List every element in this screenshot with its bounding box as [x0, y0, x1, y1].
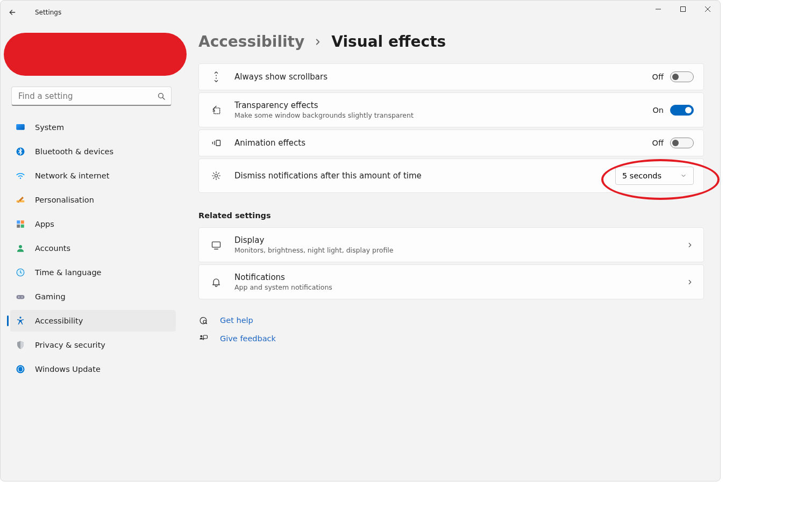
scrollbars-icon [209, 71, 224, 82]
sidebar-item-accessibility[interactable]: Accessibility [10, 310, 176, 332]
card-title: Dismiss notifications after this amount … [234, 171, 604, 181]
animation-toggle[interactable] [670, 138, 694, 148]
svg-rect-11 [17, 220, 20, 224]
svg-rect-26 [216, 140, 220, 146]
get-help-link[interactable]: Get help [198, 315, 704, 325]
svg-rect-8 [17, 124, 25, 130]
titlebar: Settings [1, 1, 720, 24]
chevron-right-icon [313, 37, 323, 47]
maximize-button[interactable] [671, 1, 695, 18]
sidebar-item-network[interactable]: Network & internet [10, 165, 176, 186]
sidebar-item-time[interactable]: Time & language [10, 262, 176, 283]
back-button[interactable] [1, 1, 24, 24]
windows-update-icon [16, 364, 25, 374]
sidebar-item-privacy[interactable]: Privacy & security [10, 334, 176, 356]
maximize-icon [680, 6, 686, 12]
card-subtitle: App and system notifications [234, 283, 675, 291]
animation-icon [209, 138, 224, 148]
sidebar-item-bluetooth[interactable]: Bluetooth & devices [10, 141, 176, 162]
svg-line-36 [218, 173, 219, 174]
sidebar-item-label: Privacy & security [35, 341, 105, 349]
svg-rect-2 [681, 7, 686, 12]
settings-window: Settings [0, 0, 721, 481]
chevron-down-icon [680, 172, 687, 179]
bluetooth-icon [16, 147, 25, 156]
settings-card-group: Always show scrollbars Off Transparency … [198, 63, 704, 193]
svg-point-25 [212, 110, 214, 111]
card-title: Always show scrollbars [234, 72, 642, 82]
card-subtitle: Make some window backgrounds slightly tr… [234, 111, 642, 119]
sidebar-item-personalisation[interactable]: Personalisation [10, 189, 176, 211]
sidebar-item-label: Apps [35, 220, 54, 228]
svg-point-22 [216, 75, 217, 76]
chevron-right-icon [686, 278, 694, 286]
sidebar-item-label: Time & language [35, 268, 102, 277]
svg-point-42 [200, 335, 202, 337]
card-transparency-effects: Transparency effects Make some window ba… [198, 92, 704, 127]
dismiss-icon [209, 170, 224, 181]
sidebar-nav: System Bluetooth & devices Network & int… [10, 117, 176, 380]
dismiss-time-dropdown[interactable]: 5 seconds [615, 167, 694, 185]
sidebar-item-accounts[interactable]: Accounts [10, 238, 176, 259]
card-notifications[interactable]: Notifications App and system notificatio… [198, 264, 704, 299]
minimize-icon [656, 6, 661, 12]
window-title: Settings [24, 9, 61, 16]
search-field-wrap[interactable] [11, 87, 172, 106]
sidebar: System Bluetooth & devices Network & int… [1, 24, 182, 481]
help-links: Get help Give feedback [198, 315, 704, 343]
related-settings-heading: Related settings [198, 211, 704, 220]
related-card-group: Display Monitors, brightness, night ligh… [198, 227, 704, 299]
card-title: Transparency effects [234, 100, 642, 110]
sidebar-item-label: Personalisation [35, 196, 94, 204]
sidebar-item-label: Gaming [35, 292, 66, 301]
sidebar-item-update[interactable]: Windows Update [10, 358, 176, 380]
search-input[interactable] [17, 91, 157, 102]
svg-point-18 [18, 297, 19, 298]
card-subtitle: Monitors, brightness, night light, displ… [234, 246, 675, 254]
card-dismiss-notifications: Dismiss notifications after this amount … [198, 159, 704, 193]
breadcrumb-current: Visual effects [331, 33, 446, 51]
svg-line-6 [163, 97, 165, 99]
svg-point-19 [22, 297, 23, 298]
time-language-icon [16, 268, 25, 277]
svg-point-23 [216, 78, 217, 79]
card-animation-effects: Animation effects Off [198, 130, 704, 156]
content-area: System Bluetooth & devices Network & int… [1, 24, 720, 481]
close-button[interactable] [695, 1, 720, 18]
system-icon [16, 123, 25, 132]
sidebar-item-label: Bluetooth & devices [35, 147, 113, 156]
search-icon [157, 92, 166, 100]
sidebar-item-gaming[interactable]: Gaming [10, 286, 176, 307]
breadcrumb-parent[interactable]: Accessibility [198, 33, 304, 51]
account-redacted [4, 33, 187, 76]
card-title: Display [234, 235, 675, 245]
card-display[interactable]: Display Monitors, brightness, night ligh… [198, 227, 704, 262]
svg-rect-12 [21, 220, 24, 224]
feedback-icon [198, 334, 208, 343]
card-always-show-scrollbars: Always show scrollbars Off [198, 63, 704, 90]
scrollbars-toggle[interactable] [670, 71, 694, 82]
personalisation-icon [16, 195, 25, 205]
svg-rect-43 [203, 335, 208, 339]
accounts-icon [16, 243, 25, 253]
privacy-icon [16, 340, 25, 350]
svg-line-37 [214, 178, 215, 179]
card-title: Animation effects [234, 138, 642, 148]
sidebar-item-label: Accounts [35, 244, 70, 253]
chevron-right-icon [686, 241, 694, 249]
minimize-button[interactable] [646, 1, 671, 18]
accessibility-icon [16, 316, 25, 326]
sidebar-item-label: Windows Update [35, 365, 101, 373]
svg-point-5 [159, 93, 163, 98]
toggle-state-label: On [652, 106, 664, 114]
svg-point-20 [19, 317, 21, 318]
sidebar-item-apps[interactable]: Apps [10, 213, 176, 235]
svg-rect-38 [212, 242, 220, 247]
transparency-icon [209, 105, 224, 116]
toggle-state-label: Off [652, 139, 664, 147]
svg-rect-17 [17, 295, 25, 299]
give-feedback-link[interactable]: Give feedback [198, 334, 704, 343]
apps-icon [16, 219, 25, 229]
transparency-toggle[interactable] [670, 105, 694, 116]
sidebar-item-system[interactable]: System [10, 117, 176, 138]
